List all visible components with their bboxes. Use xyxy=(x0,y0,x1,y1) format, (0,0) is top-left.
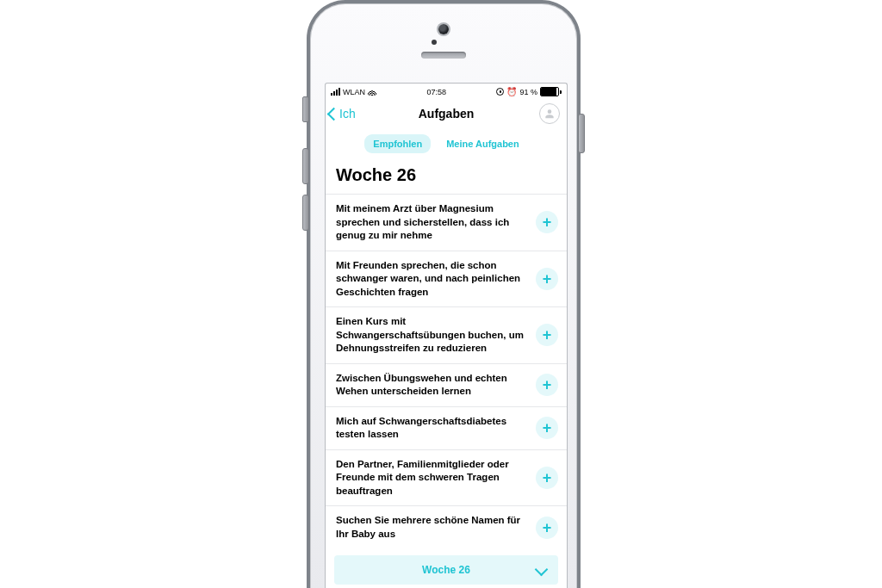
phone-body: WLAN 07:58 ⏰ 91 % Ich xyxy=(307,0,581,588)
carrier-label: WLAN xyxy=(343,88,365,96)
segmented-tabs: Empfohlen Meine Aufgaben xyxy=(326,129,567,162)
section-heading: Woche 26 xyxy=(326,162,567,194)
add-task-button[interactable]: + xyxy=(536,374,558,396)
status-time: 07:58 xyxy=(426,88,446,96)
week-selector-label: Woche 26 xyxy=(422,564,470,576)
add-task-button[interactable]: + xyxy=(536,517,558,539)
cell-signal-icon xyxy=(331,88,340,96)
task-text: Suchen Sie mehrere schöne Namen für Ihr … xyxy=(336,514,527,541)
front-camera xyxy=(438,24,449,34)
earpiece-speaker xyxy=(421,52,466,59)
battery-icon xyxy=(540,87,562,96)
plus-icon: + xyxy=(543,520,552,535)
chevron-left-icon xyxy=(327,107,341,121)
plus-icon: + xyxy=(543,327,552,343)
task-row[interactable]: Den Partner, Familienmitglieder oder Fre… xyxy=(326,449,567,506)
volume-down-button xyxy=(302,195,309,231)
task-row[interactable]: Mit Freunden sprechen, die schon schwang… xyxy=(326,251,567,307)
plus-icon: + xyxy=(543,214,552,230)
week-selector[interactable]: Woche 26 xyxy=(334,555,558,585)
plus-icon: + xyxy=(543,271,552,287)
power-button xyxy=(578,114,585,153)
back-button[interactable]: Ich xyxy=(329,99,356,128)
back-label: Ich xyxy=(339,107,356,121)
plus-icon: + xyxy=(543,377,552,393)
task-text: Mich auf Schwangerschaftsdiabetes testen… xyxy=(336,415,527,442)
nav-bar: Ich Aufgaben xyxy=(326,99,567,129)
task-row[interactable]: Einen Kurs mit Schwangerschaftsübungen b… xyxy=(326,306,567,363)
add-task-button[interactable]: + xyxy=(536,417,558,439)
page-title: Aufgaben xyxy=(419,107,475,121)
volume-up-button xyxy=(302,148,309,184)
profile-button[interactable] xyxy=(539,103,560,124)
plus-icon: + xyxy=(543,470,552,486)
user-icon xyxy=(543,108,556,120)
task-row[interactable]: Mit meinem Arzt über Magnesium sprechen … xyxy=(326,194,567,251)
task-text: Den Partner, Familienmitglieder oder Fre… xyxy=(336,458,527,498)
phone-frame: WLAN 07:58 ⏰ 91 % Ich xyxy=(307,0,587,588)
task-text: Einen Kurs mit Schwangerschaftsübungen b… xyxy=(336,315,527,356)
task-row[interactable]: Suchen Sie mehrere schöne Namen für Ihr … xyxy=(326,505,567,548)
task-text: Mit meinem Arzt über Magnesium sprechen … xyxy=(336,202,527,243)
wifi-icon xyxy=(368,89,376,96)
screen: WLAN 07:58 ⏰ 91 % Ich xyxy=(325,83,568,588)
alarm-icon: ⏰ xyxy=(506,88,517,96)
status-bar: WLAN 07:58 ⏰ 91 % xyxy=(326,84,567,99)
task-text: Mit Freunden sprechen, die schon schwang… xyxy=(336,259,527,300)
mute-switch xyxy=(302,96,309,122)
location-icon xyxy=(496,88,504,96)
task-row[interactable]: Mich auf Schwangerschaftsdiabetes testen… xyxy=(326,406,567,449)
chevron-down-icon xyxy=(535,563,549,577)
battery-percent: 91 % xyxy=(519,88,537,96)
task-list: Mit meinem Arzt über Magnesium sprechen … xyxy=(326,194,567,548)
tab-my-tasks[interactable]: Meine Aufgaben xyxy=(438,134,528,153)
add-task-button[interactable]: + xyxy=(536,268,558,290)
add-task-button[interactable]: + xyxy=(536,467,558,489)
plus-icon: + xyxy=(543,420,552,436)
task-text: Zwischen Übungswehen und echten Wehen un… xyxy=(336,372,527,399)
tab-recommended[interactable]: Empfohlen xyxy=(364,134,431,153)
add-task-button[interactable]: + xyxy=(536,324,558,346)
proximity-sensor xyxy=(432,40,437,45)
task-row[interactable]: Zwischen Übungswehen und echten Wehen un… xyxy=(326,363,567,406)
add-task-button[interactable]: + xyxy=(536,211,558,233)
